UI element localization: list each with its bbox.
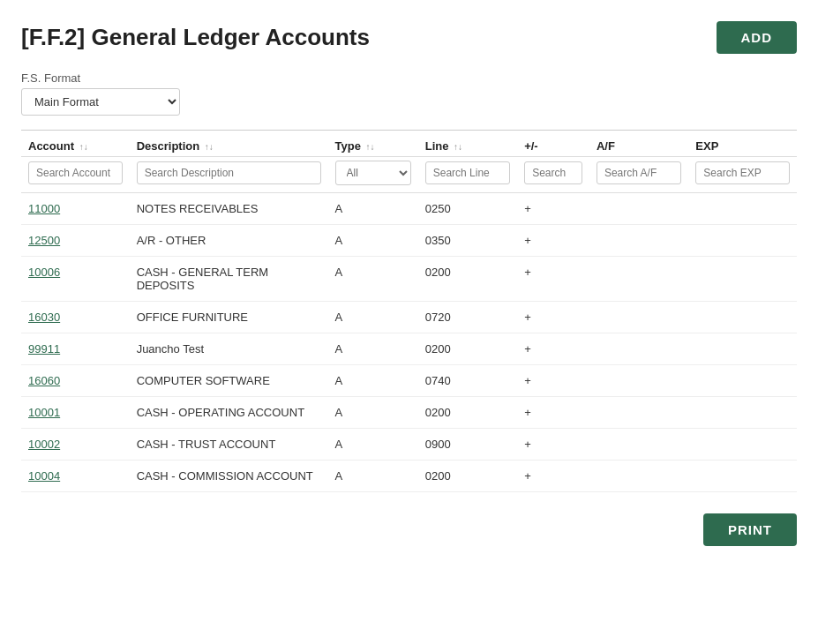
cell-exp [688, 365, 797, 397]
search-line-input[interactable] [425, 161, 510, 184]
cell-description: CASH - OPERATING ACCOUNT [130, 397, 328, 429]
col-header-account: Account ↑↓ [21, 131, 130, 157]
cell-af [589, 461, 688, 492]
cell-type: A [328, 461, 418, 492]
cell-type: A [328, 193, 418, 225]
cell-account: 10001 [21, 397, 130, 429]
cell-account: 11000 [21, 193, 130, 225]
table-container: Account ↑↓ Description ↑↓ Type ↑↓ Line ↑… [21, 131, 797, 492]
search-exp-input[interactable] [695, 161, 790, 184]
cell-type: A [328, 257, 418, 302]
sort-icon-account: ↑↓ [79, 142, 88, 152]
footer-row: PRINT [21, 499, 797, 546]
cell-type: A [328, 397, 418, 429]
cell-plusminus: + [517, 193, 589, 225]
cell-description: OFFICE FURNITURE [130, 302, 328, 333]
print-button[interactable]: PRINT [703, 513, 797, 546]
account-link[interactable]: 11000 [28, 202, 60, 215]
cell-exp [688, 257, 797, 302]
cell-description: CASH - GENERAL TERM DEPOSITS [130, 257, 328, 302]
cell-account: 10002 [21, 429, 130, 461]
search-plusminus-input[interactable] [524, 161, 582, 184]
page-title: [F.F.2] General Ledger Accounts [21, 24, 370, 51]
search-af-input[interactable] [597, 161, 681, 184]
cell-description: NOTES RECEIVABLES [130, 193, 328, 225]
cell-af [589, 225, 688, 257]
table-body: 11000 NOTES RECEIVABLES A 0250 + 12500 A… [21, 193, 797, 492]
search-cell-description [130, 157, 328, 193]
format-select[interactable]: Main Format Format 1 Format 2 [21, 88, 180, 116]
cell-description: Juancho Test [130, 333, 328, 365]
account-link[interactable]: 16030 [28, 311, 60, 324]
search-cell-exp [688, 157, 797, 193]
sort-icon-type: ↑↓ [366, 142, 375, 152]
cell-type: A [328, 365, 418, 397]
account-link[interactable]: 10002 [28, 438, 60, 451]
account-link[interactable]: 10004 [28, 469, 60, 483]
table-row: 12500 A/R - OTHER A 0350 + [21, 225, 797, 257]
cell-line: 0720 [418, 302, 517, 333]
col-header-plusminus: +/- [517, 131, 589, 157]
header-row: [F.F.2] General Ledger Accounts ADD [21, 21, 797, 54]
cell-account: 16030 [21, 302, 130, 333]
cell-plusminus: + [517, 397, 589, 429]
account-link[interactable]: 99911 [28, 342, 60, 356]
table-row: 99911 Juancho Test A 0200 + [21, 333, 797, 365]
sort-icon-line: ↑↓ [454, 142, 462, 152]
table-row: 10001 CASH - OPERATING ACCOUNT A 0200 + [21, 397, 797, 429]
table-row: 11000 NOTES RECEIVABLES A 0250 + [21, 193, 797, 225]
format-label: F.S. Format [21, 71, 797, 85]
cell-line: 0200 [418, 257, 517, 302]
cell-description: A/R - OTHER [130, 225, 328, 257]
account-link[interactable]: 16060 [28, 374, 60, 387]
account-link[interactable]: 10006 [28, 266, 60, 279]
search-cell-account [21, 157, 130, 193]
cell-plusminus: + [517, 302, 589, 333]
search-type-select[interactable]: All A L [335, 161, 411, 185]
cell-exp [688, 461, 797, 492]
table-row: 16030 OFFICE FURNITURE A 0720 + [21, 302, 797, 333]
cell-plusminus: + [517, 461, 589, 492]
cell-line: 0200 [418, 461, 517, 492]
col-header-line: Line ↑↓ [418, 131, 517, 157]
table-row: 10006 CASH - GENERAL TERM DEPOSITS A 020… [21, 257, 797, 302]
cell-exp [688, 429, 797, 461]
search-cell-af [589, 157, 688, 193]
cell-af [589, 429, 688, 461]
cell-account: 10006 [21, 257, 130, 302]
cell-type: A [328, 225, 418, 257]
cell-af [589, 193, 688, 225]
cell-af [589, 302, 688, 333]
search-cell-line [418, 157, 517, 193]
cell-af [589, 397, 688, 429]
cell-account: 10004 [21, 461, 130, 492]
table-row: 10004 CASH - COMMISSION ACCOUNT A 0200 + [21, 461, 797, 492]
cell-line: 0250 [418, 193, 517, 225]
cell-plusminus: + [517, 257, 589, 302]
cell-exp [688, 397, 797, 429]
cell-description: CASH - COMMISSION ACCOUNT [130, 461, 328, 492]
cell-type: A [328, 302, 418, 333]
cell-exp [688, 333, 797, 365]
col-header-af: A/F [589, 131, 688, 157]
cell-plusminus: + [517, 333, 589, 365]
search-cell-type: All A L [328, 157, 418, 193]
table-row: 16060 COMPUTER SOFTWARE A 0740 + [21, 365, 797, 397]
search-account-input[interactable] [28, 161, 123, 184]
cell-line: 0740 [418, 365, 517, 397]
account-link[interactable]: 10001 [28, 406, 60, 419]
cell-af [589, 365, 688, 397]
col-header-exp: EXP [688, 131, 797, 157]
add-button[interactable]: ADD [717, 21, 798, 54]
ledger-table: Account ↑↓ Description ↑↓ Type ↑↓ Line ↑… [21, 131, 797, 492]
search-cell-plusminus [517, 157, 589, 193]
cell-plusminus: + [517, 225, 589, 257]
cell-line: 0200 [418, 397, 517, 429]
account-link[interactable]: 12500 [28, 234, 60, 247]
cell-description: COMPUTER SOFTWARE [130, 365, 328, 397]
cell-type: A [328, 333, 418, 365]
cell-line: 0200 [418, 333, 517, 365]
search-description-input[interactable] [137, 161, 321, 184]
cell-line: 0350 [418, 225, 517, 257]
cell-af [589, 257, 688, 302]
